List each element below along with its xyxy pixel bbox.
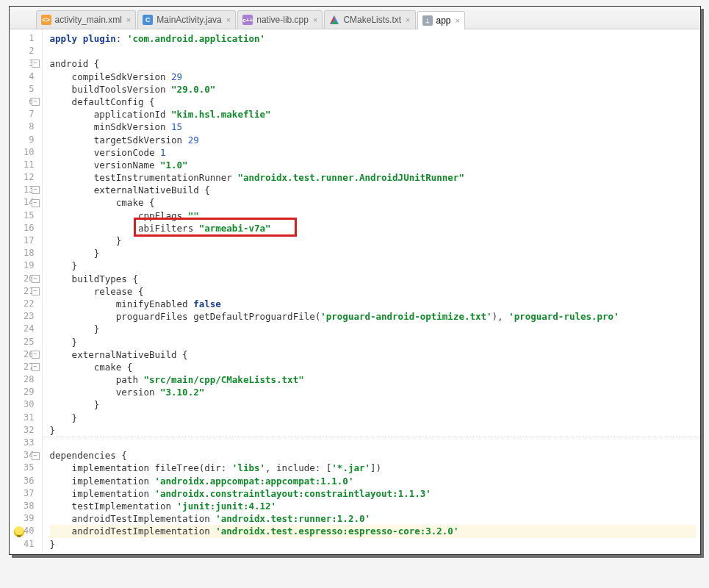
fold-toggle-icon[interactable]: −	[32, 287, 40, 295]
code-line-31[interactable]: }	[50, 412, 696, 424]
token: testInstrumentationRunner	[50, 172, 238, 183]
token: include	[276, 462, 315, 473]
token: 'androidx.appcompat:appcompat:1.1.0'	[155, 476, 354, 487]
code-line-38[interactable]: testImplementation 'junit:junit:4.12'	[50, 500, 696, 512]
code-line-41[interactable]: }	[50, 538, 696, 551]
editor-tab-native-lib-cpp[interactable]: c++native-lib.cpp×	[237, 10, 323, 29]
token: minSdkVersion	[50, 121, 172, 132]
code-line-23[interactable]: proguardFiles getDefaultProguardFile('pr…	[50, 310, 696, 323]
token: applicationId	[50, 109, 172, 120]
token: externalNativeBuild {	[50, 184, 210, 196]
close-tab-icon[interactable]: ×	[313, 15, 317, 24]
token: 15	[171, 121, 182, 132]
token: testImplementation	[50, 501, 177, 512]
close-tab-icon[interactable]: ×	[456, 16, 460, 25]
editor-tab-mainactivity-java[interactable]: CMainActivity.java×	[137, 10, 236, 29]
token: ""	[188, 210, 199, 221]
code-line-10[interactable]: versionCode 1	[50, 146, 696, 159]
code-line-4[interactable]: compileSdkVersion 29	[50, 71, 696, 83]
token: }	[50, 248, 100, 259]
token: 'androidx.constraintlayout:constraintlay…	[155, 488, 431, 499]
token: 29	[188, 135, 199, 146]
tab-label: activity_main.xml	[55, 15, 122, 25]
code-line-13[interactable]: externalNativeBuild {	[50, 184, 696, 196]
fold-toggle-icon[interactable]: −	[32, 199, 40, 207]
tab-label: app	[436, 15, 451, 26]
token: :	[116, 33, 127, 44]
token: }	[50, 399, 100, 410]
code-line-3[interactable]: android {	[50, 57, 696, 70]
fold-toggle-icon[interactable]: −	[32, 98, 40, 106]
lightbulb-icon[interactable]	[14, 526, 24, 537]
token: }	[50, 323, 100, 334]
token: implementation	[50, 476, 155, 487]
code-line-8[interactable]: minSdkVersion 15	[50, 121, 696, 133]
tab-label: native-lib.cpp	[256, 15, 309, 25]
token: }	[50, 235, 122, 246]
code-line-34[interactable]: dependencies {	[50, 449, 696, 462]
code-line-20[interactable]: buildTypes {	[50, 273, 696, 285]
token: }	[50, 412, 78, 423]
editor-tab-cmakelists-txt[interactable]: CMakeLists.txt×	[324, 10, 415, 29]
code-area[interactable]: apply plugin: 'com.android.application'a…	[43, 29, 700, 554]
tab-label: CMakeLists.txt	[343, 15, 401, 25]
close-tab-icon[interactable]: ×	[406, 15, 410, 24]
code-line-1[interactable]: apply plugin: 'com.android.application'	[50, 32, 696, 45]
code-line-14[interactable]: cmake {	[50, 196, 696, 209]
token: ),	[492, 311, 509, 322]
fold-toggle-icon[interactable]: −	[32, 363, 40, 371]
code-line-21[interactable]: release {	[50, 285, 696, 298]
code-line-36[interactable]: implementation 'androidx.appcompat:appco…	[50, 475, 696, 487]
code-line-9[interactable]: targetSdkVersion 29	[50, 134, 696, 146]
fold-toggle-icon[interactable]: −	[32, 351, 40, 359]
code-line-6[interactable]: defaultConfig {	[50, 96, 696, 108]
code-line-12[interactable]: testInstrumentationRunner "androidx.test…	[50, 171, 696, 184]
code-line-33[interactable]	[50, 437, 696, 449]
fold-toggle-icon[interactable]: −	[32, 60, 40, 68]
token: 'junit:junit:4.12'	[177, 501, 276, 512]
token: "3.10.2"	[160, 387, 204, 398]
token: abiFilters	[50, 223, 199, 234]
code-line-28[interactable]: path "src/main/cpp/CMakeLists.txt"	[50, 373, 696, 386]
code-line-22[interactable]: minifyEnabled false	[50, 298, 696, 310]
code-line-17[interactable]: }	[50, 234, 696, 247]
line-number-gutter: 1234567891011121314151617181920212223242…	[10, 29, 43, 554]
code-line-16[interactable]: abiFilters "armeabi-v7a"	[50, 222, 696, 234]
code-line-24[interactable]: }	[50, 323, 696, 335]
fold-toggle-icon[interactable]: −	[32, 186, 40, 194]
code-line-18[interactable]: }	[50, 247, 696, 259]
code-line-15[interactable]: cppFlags ""	[50, 209, 696, 222]
tab-label: MainActivity.java	[156, 15, 221, 25]
close-tab-icon[interactable]: ×	[226, 15, 231, 24]
fold-toggle-icon[interactable]: −	[32, 452, 40, 460]
code-line-2[interactable]	[50, 45, 696, 57]
token: targetSdkVersion	[50, 135, 188, 146]
token: }	[50, 539, 56, 550]
editor-tab-app[interactable]: ⟂app×	[417, 11, 465, 29]
code-line-29[interactable]: version "3.10.2"	[50, 386, 696, 398]
token: externalNativeBuild {	[50, 349, 188, 360]
code-line-11[interactable]: versionName "1.0"	[50, 159, 696, 171]
code-line-39[interactable]: androidTestImplementation 'androidx.test…	[50, 512, 696, 525]
fold-toggle-icon[interactable]: −	[32, 275, 40, 283]
editor-tab-activity-main-xml[interactable]: <>activity_main.xml×	[36, 10, 137, 29]
token: "src/main/cpp/CMakeLists.txt"	[143, 374, 303, 385]
token: }	[50, 425, 56, 436]
token: 'com.android.application'	[127, 33, 265, 44]
code-line-19[interactable]: }	[50, 259, 696, 272]
token: "kim.hsl.makeflie"	[171, 109, 270, 120]
code-line-7[interactable]: applicationId "kim.hsl.makeflie"	[50, 108, 696, 121]
token: path	[50, 374, 144, 385]
code-line-27[interactable]: cmake {	[50, 361, 696, 373]
token: android {	[50, 58, 100, 69]
code-line-40[interactable]: androidTestImplementation 'androidx.test…	[50, 525, 696, 537]
code-line-30[interactable]: }	[50, 398, 696, 411]
close-tab-icon[interactable]: ×	[126, 15, 131, 24]
code-line-32[interactable]: }	[50, 424, 696, 437]
code-line-26[interactable]: externalNativeBuild {	[50, 348, 696, 361]
code-line-5[interactable]: buildToolsVersion "29.0.0"	[50, 83, 696, 96]
token: buildTypes {	[50, 273, 138, 284]
code-line-37[interactable]: implementation 'androidx.constraintlayou…	[50, 487, 696, 500]
code-line-25[interactable]: }	[50, 336, 696, 348]
code-line-35[interactable]: implementation fileTree(dir: 'libs', inc…	[50, 462, 696, 474]
